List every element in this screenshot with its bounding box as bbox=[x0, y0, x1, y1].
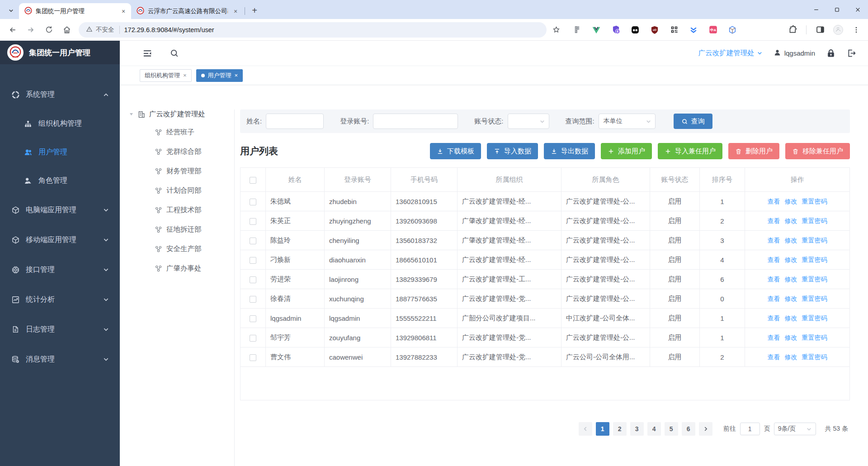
download-template-button[interactable]: 下载模板 bbox=[430, 143, 481, 159]
account-filter-input[interactable] bbox=[373, 114, 458, 129]
tree-node[interactable]: 计划合同部 bbox=[129, 181, 234, 200]
new-tab-button[interactable]: + bbox=[248, 4, 261, 17]
op-edit-link[interactable]: 修改 bbox=[785, 353, 797, 361]
delete-user-button[interactable]: 删除用户 bbox=[728, 143, 779, 159]
tree-node[interactable]: 党群综合部 bbox=[129, 142, 234, 162]
window-close-button[interactable] bbox=[847, 0, 868, 19]
page-5-button[interactable]: 5 bbox=[665, 422, 678, 436]
window-maximize-button[interactable] bbox=[826, 0, 847, 19]
home-button[interactable] bbox=[59, 22, 75, 38]
op-reset-password-link[interactable]: 重置密码 bbox=[802, 295, 827, 302]
remove-concurrent-user-button[interactable]: 移除兼任用户 bbox=[785, 143, 850, 159]
page-size-select[interactable]: 9条/页 bbox=[774, 423, 816, 435]
tree-node[interactable]: 经营班子 bbox=[129, 123, 234, 142]
import-data-button[interactable]: 导入数据 bbox=[487, 143, 538, 159]
tree-node[interactable]: 安全生产部 bbox=[129, 239, 234, 259]
page-3-button[interactable]: 3 bbox=[630, 422, 644, 436]
tab-search-chevron-icon[interactable] bbox=[5, 4, 17, 17]
puzzle-extensions-icon[interactable] bbox=[786, 24, 799, 36]
tab-close-icon[interactable]: × bbox=[119, 7, 127, 15]
op-view-link[interactable]: 查看 bbox=[768, 256, 780, 263]
row-checkbox[interactable] bbox=[250, 315, 256, 322]
page-2-button[interactable]: 2 bbox=[613, 422, 627, 436]
row-checkbox[interactable] bbox=[250, 354, 256, 361]
op-view-link[interactable]: 查看 bbox=[768, 198, 780, 205]
profile-avatar[interactable] bbox=[832, 24, 844, 36]
purple-shield-extension-icon[interactable]: 6 bbox=[611, 25, 621, 35]
export-data-button[interactable]: 导出数据 bbox=[544, 143, 595, 159]
collapse-sidebar-icon[interactable] bbox=[142, 48, 152, 58]
translate-extension-icon[interactable]: 中A bbox=[708, 25, 718, 35]
op-edit-link[interactable]: 修改 bbox=[785, 237, 797, 244]
sidebar-item-system-management[interactable]: 系统管理 bbox=[0, 80, 120, 109]
row-checkbox[interactable] bbox=[250, 257, 256, 264]
row-checkbox[interactable] bbox=[250, 199, 256, 205]
page-1-button[interactable]: 1 bbox=[596, 422, 609, 436]
scope-filter-select[interactable]: 本单位 bbox=[599, 114, 656, 129]
status-filter-select[interactable] bbox=[508, 114, 549, 129]
ruler-extension-icon[interactable] bbox=[572, 25, 582, 35]
op-view-link[interactable]: 查看 bbox=[768, 295, 780, 302]
tree-root-node[interactable]: 广云改扩建管理处 bbox=[129, 109, 234, 119]
browser-tab-active[interactable]: 集团统一用户管理 × bbox=[19, 3, 131, 19]
tree-expand-caret-icon[interactable] bbox=[129, 112, 134, 117]
tab-close-icon[interactable]: × bbox=[231, 7, 240, 15]
prev-page-button[interactable] bbox=[579, 422, 592, 436]
op-reset-password-link[interactable]: 重置密码 bbox=[802, 353, 827, 361]
row-checkbox[interactable] bbox=[250, 335, 256, 342]
sidebar-item-statistics-analysis[interactable]: 统计分析 bbox=[0, 285, 120, 314]
op-edit-link[interactable]: 修改 bbox=[785, 295, 797, 302]
row-checkbox[interactable] bbox=[250, 218, 256, 225]
ublock-origin-icon[interactable]: uO bbox=[650, 25, 660, 35]
vue-devtools-icon[interactable] bbox=[591, 25, 601, 35]
op-view-link[interactable]: 查看 bbox=[768, 334, 780, 341]
op-view-link[interactable]: 查看 bbox=[768, 276, 780, 283]
op-edit-link[interactable]: 修改 bbox=[785, 314, 797, 322]
logout-button[interactable] bbox=[847, 48, 856, 58]
tag-close-icon[interactable]: × bbox=[183, 72, 187, 79]
op-reset-password-link[interactable]: 重置密码 bbox=[802, 237, 827, 244]
row-checkbox[interactable] bbox=[250, 238, 256, 244]
op-reset-password-link[interactable]: 重置密码 bbox=[802, 334, 827, 341]
select-all-checkbox[interactable] bbox=[250, 177, 256, 184]
bookmark-star-icon[interactable] bbox=[549, 23, 563, 37]
op-view-link[interactable]: 查看 bbox=[768, 314, 780, 322]
sidebar-item-org-management[interactable]: 组织机构管理 bbox=[0, 109, 120, 138]
add-user-button[interactable]: 添加用户 bbox=[601, 143, 652, 159]
name-filter-input[interactable] bbox=[266, 114, 324, 129]
search-button[interactable]: 查询 bbox=[674, 114, 712, 129]
cube-extension-icon[interactable] bbox=[727, 25, 737, 35]
op-reset-password-link[interactable]: 重置密码 bbox=[802, 276, 827, 283]
sidebar-item-role-management[interactable]: 角色管理 bbox=[0, 166, 120, 195]
org-switcher[interactable]: 广云改扩建管理处 bbox=[698, 48, 763, 58]
op-edit-link[interactable]: 修改 bbox=[785, 276, 797, 283]
window-minimize-button[interactable] bbox=[806, 0, 826, 19]
browser-tab-inactive[interactable]: 云浮市广云高速公路有限公司改 × bbox=[131, 3, 243, 19]
op-reset-password-link[interactable]: 重置密码 bbox=[802, 256, 827, 263]
tag-org-management[interactable]: 组织机构管理 × bbox=[140, 69, 192, 82]
address-bar[interactable]: 不安全 172.29.6.8:9084/#/system/user bbox=[79, 22, 547, 38]
sidebar-item-message-management[interactable]: 消息管理 bbox=[0, 344, 120, 374]
search-icon[interactable] bbox=[170, 48, 179, 58]
security-status[interactable]: 不安全 bbox=[86, 26, 120, 34]
next-page-button[interactable] bbox=[699, 422, 712, 436]
tag-close-icon[interactable]: × bbox=[235, 72, 238, 79]
side-panel-icon[interactable] bbox=[814, 24, 826, 36]
sidebar-item-interface-management[interactable]: 接口管理 bbox=[0, 255, 120, 285]
op-reset-password-link[interactable]: 重置密码 bbox=[802, 314, 827, 322]
op-reset-password-link[interactable]: 重置密码 bbox=[802, 217, 827, 224]
sidebar-item-mobile-app-management[interactable]: 移动端应用管理 bbox=[0, 225, 120, 255]
reload-button[interactable] bbox=[41, 22, 57, 38]
tag-user-management[interactable]: 用户管理 × bbox=[196, 69, 243, 82]
forward-button[interactable] bbox=[23, 22, 38, 38]
tree-node[interactable]: 征地拆迁部 bbox=[129, 220, 234, 239]
sidebar-item-user-management[interactable]: 用户管理 bbox=[0, 138, 120, 166]
qr-code-extension-icon[interactable] bbox=[669, 25, 679, 35]
op-view-link[interactable]: 查看 bbox=[768, 237, 780, 244]
kebab-menu-icon[interactable] bbox=[850, 24, 863, 36]
page-6-button[interactable]: 6 bbox=[682, 422, 695, 436]
op-edit-link[interactable]: 修改 bbox=[785, 198, 797, 205]
op-view-link[interactable]: 查看 bbox=[768, 217, 780, 224]
goto-page-input[interactable] bbox=[740, 423, 760, 435]
row-checkbox[interactable] bbox=[250, 296, 256, 303]
